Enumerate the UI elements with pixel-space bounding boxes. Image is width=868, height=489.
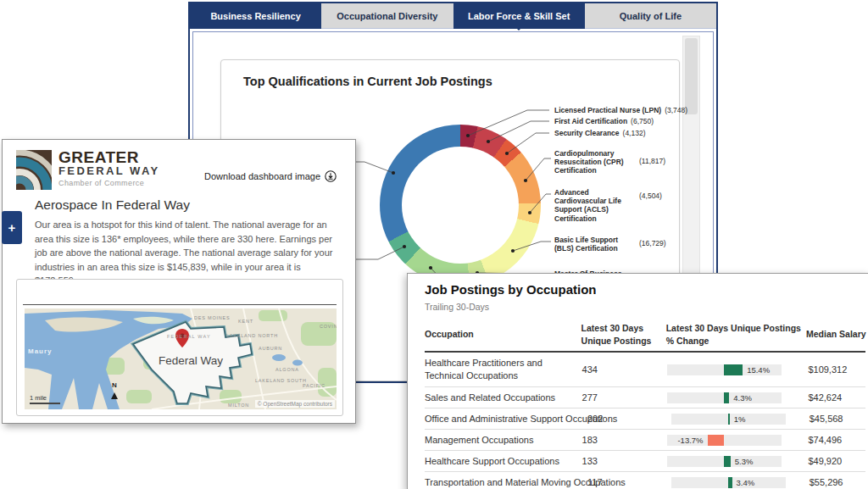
tab-business-resiliency[interactable]: Business Resiliency [190,3,321,29]
segment-label: First Aid Certification [554,117,627,125]
download-dashboard-image-link[interactable]: Download dashboard image [204,170,337,182]
tab-label: Quality of Life [620,11,682,21]
pct-change-bar: 15.4% [667,364,782,375]
table-header-row: Occupation Latest 30 Days Unique Posting… [425,318,865,353]
pct-label: 5.3% [735,457,754,466]
map-label-federal-way: Federal Way [159,354,223,367]
table-row: Transportation and Material Moving Occup… [425,472,865,489]
cell-occupation: Office and Administrative Support Occupa… [425,409,587,428]
scale-bar [30,403,60,404]
map-label-federal-way-small: FEDERAL WAY [167,334,211,339]
col-header-occupation: Occupation [425,324,581,345]
tab-label: Occupational Diversity [337,11,437,21]
table-row: Healthcare Practitioners and Technical O… [425,353,865,387]
chamber-logo-text: GREATER FEDERAL WAY Chamber of Commerce [58,149,160,187]
tab-occupational-diversity[interactable]: Occupational Diversity [321,3,453,29]
download-icon [325,170,337,182]
cell-postings: 277 [582,388,668,407]
plus-icon: + [8,220,16,235]
chamber-summary-card: GREATER FEDERAL WAY Chamber of Commerce … [2,139,356,424]
qualifications-donut-chart[interactable] [380,125,541,286]
map-card-divider [23,304,337,305]
segment-value: (4,132) [623,129,646,137]
col-header-pct-change: Latest 30 Days Unique Postings % Change [666,318,806,351]
map-label-algona: ALGONA [275,367,299,372]
pct-label: 3.4% [737,478,755,487]
col-header-postings: Latest 30 Days Unique Postings [581,318,666,351]
screenshot-stage: Business Resiliency Occupational Diversi… [0,0,868,489]
logo-line3: Chamber of Commerce [58,179,160,187]
cell-postings: 202 [587,409,671,428]
north-indicator: N [111,381,118,399]
cell-occupation: Management Occupations [425,431,582,449]
map-label-lakeland-north: LAKELAND NORTH [226,333,278,338]
cell-occupation: Healthcare Support Occupations [425,452,582,470]
pct-change-bar: 1% [671,414,786,425]
bar-fill [724,364,743,375]
pct-change-bar: 4.3% [667,392,782,403]
tab-label: Business Resiliency [210,11,300,21]
active-tab-arrow [513,25,525,36]
north-label: N [112,381,117,389]
cell-occupation: Healthcare Practitioners and Technical O… [425,353,582,386]
job-postings-card: Job Postings by Occupation Trailing 30-D… [407,273,868,489]
segment-value: (16,729) [639,239,666,247]
table-row: Office and Administrative Support Occupa… [425,408,865,430]
cell-salary: $109,312 [808,360,865,379]
pct-label: 4.3% [733,393,752,403]
donut-label-cpr: Cardiopulmonary Resuscitation (CPR) Cert… [554,149,680,175]
download-label: Download dashboard image [204,171,320,181]
pct-label: -13.7% [677,436,703,445]
bar-fill [708,435,725,446]
segment-value: (6,750) [631,117,654,125]
table-row: Sales and Related Occupations 277 4.3% $… [425,387,865,408]
map-label-auburn: AUBURN [259,346,282,351]
cell-salary: $74,496 [808,431,865,449]
table-row: Management Occupations 183 -13.7% $74,49… [425,430,865,451]
segment-value: (3,748) [665,106,687,114]
bar-fill [724,456,731,467]
aerospace-heading: Aerospace In Federal Way [35,197,190,213]
map-scale: 1 mile [30,394,60,404]
federal-way-map[interactable]: Maury DES MOINES KENT COVING LAKELAND NO… [25,308,337,409]
pct-label: 1% [734,414,746,424]
logo-line1: GREATER [58,149,160,165]
segment-value: (11,817) [639,157,665,165]
donut-label-acls: Advanced Cardiovascular Life Support (AC… [554,188,680,223]
cell-salary: $55,296 [810,473,865,489]
job-postings-title: Job Postings by Occupation [425,282,597,297]
cell-postings: 183 [582,431,668,449]
scale-label: 1 mile [30,394,47,402]
map-label-covington: COVING [320,324,337,329]
tab-labor-force-skill-set[interactable]: Labor Force & Skill Set [453,3,585,29]
map-label-lakeland-south: LAKELAND SOUTH [255,378,307,383]
pct-label: 15.4% [747,365,770,375]
segment-label: Security Clearance [554,129,620,137]
cell-postings: 117 [587,473,671,489]
map-label-milton: MILTON [228,403,249,408]
cell-postings: 434 [582,360,668,379]
map-label-kent: KENT [238,319,253,324]
col-header-median-salary: Median Salary [806,324,865,345]
donut-label-bls: Basic Life Support (BLS) Certification (… [554,236,680,253]
pct-change-bar: -13.7% [667,435,782,446]
cell-postings: 133 [582,452,668,470]
tab-quality-of-life[interactable]: Quality of Life [585,3,716,29]
segment-label: Advanced Cardiovascular Life Support (AC… [554,188,636,223]
job-postings-subtitle: Trailing 30-Days [425,302,489,312]
expand-section-button[interactable]: + [2,211,22,244]
north-arrow-icon [111,389,118,399]
bar-fill [728,414,730,425]
tab-label: Labor Force & Skill Set [468,11,570,21]
segment-label: Basic Life Support (BLS) Certification [554,236,636,253]
bar-fill [728,477,732,488]
scrollbar-thumb[interactable] [685,38,698,114]
dashboard-tabbar: Business Resiliency Occupational Diversi… [190,3,716,29]
cell-salary: $45,568 [810,409,865,428]
cell-salary: $49,920 [808,452,865,470]
map-label-des-moines: DES MOINES [194,315,231,320]
chart-title: Top Qualifications in Current Job Postin… [243,75,492,88]
chamber-logo-icon [16,150,52,190]
segment-value: (4,504) [639,192,662,200]
job-postings-table: Occupation Latest 30 Days Unique Posting… [425,318,865,489]
